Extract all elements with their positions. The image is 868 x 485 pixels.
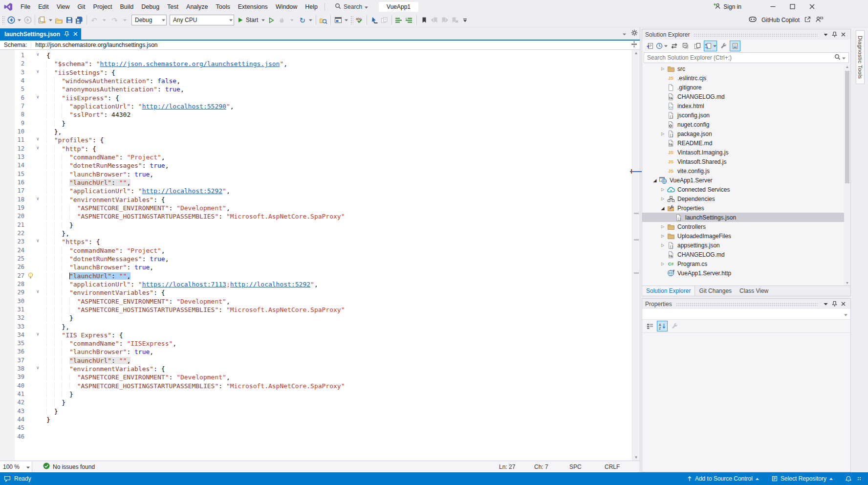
bookmark-clear-icon[interactable] bbox=[450, 14, 460, 26]
menu-git[interactable]: Git bbox=[74, 0, 89, 13]
document-health-indicator[interactable]: No issues found bbox=[43, 463, 95, 471]
glyph-margin[interactable] bbox=[28, 407, 46, 416]
glyph-margin[interactable] bbox=[28, 229, 46, 238]
preview-selected-items-button[interactable] bbox=[730, 41, 740, 51]
code-line[interactable]: 31 "ASPNETCORE_HOSTINGSTARTUPASSEMBLIES"… bbox=[0, 306, 632, 314]
menu-extensions[interactable]: Extensions bbox=[234, 0, 272, 13]
expand-arrow-icon[interactable]: ▷ bbox=[659, 224, 667, 229]
tree-item-changelog-md[interactable]: MCHANGELOG.md bbox=[642, 92, 850, 101]
copy-structure-icon[interactable] bbox=[379, 14, 390, 26]
code-line[interactable]: 1∨{ bbox=[0, 51, 632, 60]
fold-chevron-icon[interactable]: ∨ bbox=[36, 196, 40, 201]
code-line[interactable]: 22 }, bbox=[0, 229, 632, 238]
glyph-margin[interactable] bbox=[28, 280, 46, 288]
glyph-margin[interactable]: ∨ bbox=[28, 196, 46, 204]
resize-grip[interactable] bbox=[857, 477, 861, 481]
share-icon[interactable] bbox=[804, 16, 811, 24]
code-line[interactable]: 46 bbox=[0, 433, 632, 441]
new-project-dropdown-caret-icon[interactable] bbox=[47, 19, 54, 22]
glyph-margin[interactable] bbox=[28, 373, 46, 381]
fold-chevron-icon[interactable]: ∨ bbox=[36, 238, 40, 243]
code-line[interactable]: 42 } bbox=[0, 398, 632, 407]
tree-item-properties[interactable]: ◢Properties bbox=[642, 203, 850, 213]
code-line[interactable]: 12∨ "http": { bbox=[0, 145, 632, 153]
expand-arrow-icon[interactable]: ▷ bbox=[659, 262, 667, 266]
code-line[interactable]: 4 "windowsAuthentication": false, bbox=[0, 77, 632, 85]
glyph-margin[interactable] bbox=[28, 128, 46, 136]
pending-changes-filter-button[interactable] bbox=[656, 41, 668, 51]
glyph-margin[interactable]: ∨ bbox=[28, 145, 46, 153]
comment-icon[interactable] bbox=[394, 14, 404, 26]
notifications-bell-icon[interactable] bbox=[846, 476, 851, 482]
menu-debug[interactable]: Debug bbox=[137, 0, 163, 13]
code-line[interactable]: 3∨ "iisSettings": { bbox=[0, 68, 632, 77]
code-line[interactable]: 26 "launchBrowser": true, bbox=[0, 263, 632, 271]
auto-hide-pin-icon[interactable] bbox=[830, 31, 839, 38]
close-panel-icon[interactable] bbox=[839, 302, 847, 306]
menu-help[interactable]: Help bbox=[301, 0, 322, 13]
code-line[interactable]: 27 "launchUrl": "", bbox=[0, 272, 632, 280]
code-line[interactable]: 2 "$schema": "http://json.schemastore.or… bbox=[0, 60, 632, 68]
code-line[interactable]: 8 "sslPort": 44302 bbox=[0, 110, 632, 119]
glyph-margin[interactable] bbox=[28, 85, 46, 93]
menu-window[interactable]: Window bbox=[272, 0, 301, 13]
code-line[interactable]: 33 }, bbox=[0, 323, 632, 331]
close-tab-icon[interactable] bbox=[73, 32, 78, 36]
tree-item-jsconfig-json[interactable]: {}jsconfig.json bbox=[642, 110, 850, 120]
glyph-margin[interactable] bbox=[28, 178, 46, 187]
fold-chevron-icon[interactable]: ∨ bbox=[36, 331, 40, 336]
start-dropdown-caret-icon[interactable] bbox=[260, 19, 266, 22]
select-repository-button[interactable]: Select Repository bbox=[772, 475, 833, 482]
menu-file[interactable]: File bbox=[17, 0, 34, 13]
expand-arrow-icon[interactable]: ▷ bbox=[659, 243, 667, 247]
tree-item--eslintrc-cjs[interactable]: JS.eslintrc.cjs bbox=[642, 73, 850, 83]
menu-tools[interactable]: Tools bbox=[212, 0, 234, 13]
tree-scroll-down-icon[interactable]: ▼ bbox=[844, 281, 850, 285]
tool-tab-git-changes[interactable]: Git Changes bbox=[695, 286, 736, 296]
spell-check-icon[interactable]: abc bbox=[354, 14, 365, 26]
nav-back-icon[interactable] bbox=[6, 14, 16, 26]
glyph-margin[interactable] bbox=[28, 60, 46, 68]
glyph-margin[interactable] bbox=[28, 314, 46, 322]
menu-test[interactable]: Test bbox=[163, 0, 182, 13]
tab-launchsettings[interactable]: launchSettings.json bbox=[0, 28, 81, 40]
code-line[interactable]: 17 "applicationUrl": "http://localhost:5… bbox=[0, 187, 632, 195]
fold-chevron-icon[interactable]: ∨ bbox=[36, 52, 40, 57]
code-line[interactable]: 36 "launchBrowser": true, bbox=[0, 348, 632, 356]
glyph-margin[interactable] bbox=[28, 170, 46, 178]
code-line[interactable]: 16 "launchUrl": "", bbox=[0, 178, 632, 187]
undo-icon[interactable]: ↶ bbox=[89, 14, 99, 26]
code-line[interactable]: 5 "anonymousAuthentication": true, bbox=[0, 85, 632, 93]
pin-tab-icon[interactable] bbox=[64, 31, 69, 37]
glyph-margin[interactable]: ∨ bbox=[28, 365, 46, 373]
code-line[interactable]: 10 }, bbox=[0, 128, 632, 136]
tree-item-package-json[interactable]: ▷{}package.json bbox=[642, 129, 850, 138]
code-line[interactable]: 23∨ "https": { bbox=[0, 238, 632, 246]
glyph-margin[interactable] bbox=[28, 102, 46, 110]
fold-chevron-icon[interactable]: ∨ bbox=[36, 136, 40, 141]
undo-dropdown-caret-icon[interactable] bbox=[99, 14, 109, 26]
code-line[interactable]: 14 "dotnetRunMessages": true, bbox=[0, 161, 632, 170]
tree-item-launchsettings-json[interactable]: {}launchSettings.json bbox=[642, 213, 850, 222]
open-folder-icon[interactable] bbox=[54, 14, 64, 26]
search-control[interactable]: Search bbox=[335, 3, 368, 11]
save-all-icon[interactable] bbox=[74, 14, 85, 26]
tree-item-controllers[interactable]: ▷Controllers bbox=[642, 222, 850, 231]
glyph-margin[interactable]: ∨ bbox=[28, 136, 46, 144]
restart-dropdown-caret-icon[interactable] bbox=[307, 19, 314, 22]
code-line[interactable]: 15 "launchBrowser": true, bbox=[0, 170, 632, 178]
github-copilot-icon[interactable] bbox=[748, 16, 757, 24]
window-position-dropdown-icon[interactable] bbox=[822, 33, 830, 36]
glyph-margin[interactable]: ∨ bbox=[28, 51, 46, 60]
tab-list-dropdown-icon[interactable] bbox=[623, 30, 626, 37]
fold-chevron-icon[interactable]: ∨ bbox=[36, 289, 40, 294]
code-line[interactable]: 11∨ "profiles": { bbox=[0, 136, 632, 144]
expand-arrow-icon[interactable]: ▷ bbox=[659, 66, 667, 71]
switch-views-button[interactable] bbox=[669, 41, 679, 51]
alphabetical-button[interactable]: AZ bbox=[657, 321, 668, 331]
glyph-margin[interactable] bbox=[28, 153, 46, 161]
code-line[interactable]: 21 } bbox=[0, 221, 632, 229]
tree-item-dependencies[interactable]: ▷Dependencies bbox=[642, 194, 850, 203]
bookmark-icon[interactable] bbox=[419, 14, 429, 26]
tree-item-readme-md[interactable]: MREADME.md bbox=[642, 138, 850, 148]
